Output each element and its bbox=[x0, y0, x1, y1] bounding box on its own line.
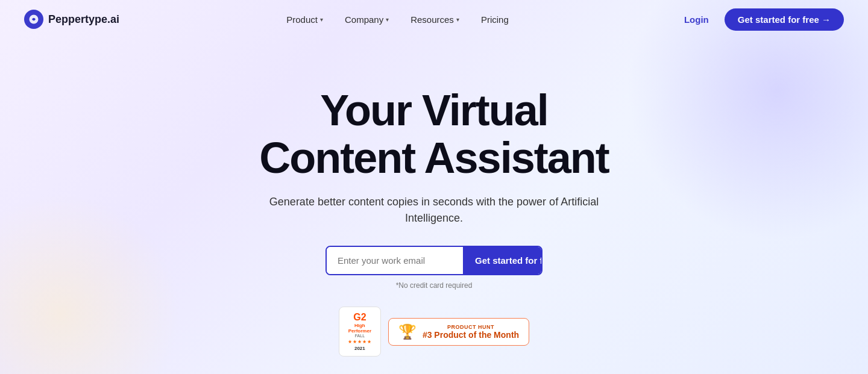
ph-rank-number: #3 bbox=[423, 330, 432, 340]
chevron-down-icon: ▾ bbox=[386, 16, 389, 23]
cta-button[interactable]: Get started for free bbox=[463, 247, 542, 274]
nav-product-label: Product bbox=[286, 14, 318, 25]
nav-get-started-button[interactable]: Get started for free → bbox=[725, 8, 844, 31]
navbar: Peppertype.ai Product ▾ Company ▾ Resour… bbox=[0, 0, 868, 39]
ph-text: Product Hunt #3 Product of the Month bbox=[423, 324, 519, 340]
g2-stars: ★ ★ ★ ★ ★ bbox=[348, 339, 371, 344]
email-form: Get started for free bbox=[326, 246, 542, 275]
nav-actions: Login Get started for free → bbox=[676, 8, 844, 31]
hero-section: Your Virtual Content Assistant Generate … bbox=[0, 39, 868, 357]
g2-logo: G2 bbox=[353, 312, 366, 323]
hero-title: Your Virtual Content Assistant bbox=[259, 87, 608, 182]
logo-icon bbox=[24, 10, 43, 29]
nav-item-company[interactable]: Company ▾ bbox=[336, 10, 397, 30]
email-input[interactable] bbox=[327, 247, 463, 274]
nav-company-label: Company bbox=[345, 14, 383, 25]
star-2: ★ bbox=[353, 339, 357, 344]
ph-rank: #3 Product of the Month bbox=[423, 330, 519, 340]
badges-row: G2 High Performer FALL ★ ★ ★ ★ ★ 2021 🏆 … bbox=[339, 307, 529, 357]
g2-high-label: High bbox=[354, 323, 365, 328]
nav-links: Product ▾ Company ▾ Resources ▾ Pricing bbox=[278, 10, 517, 30]
g2-badge: G2 High Performer FALL ★ ★ ★ ★ ★ 2021 bbox=[339, 307, 381, 357]
hero-title-line1: Your Virtual bbox=[320, 86, 547, 134]
no-credit-text: *No credit card required bbox=[396, 281, 473, 290]
hero-subtitle: Generate better content copies in second… bbox=[253, 194, 615, 226]
star-1: ★ bbox=[348, 339, 352, 344]
logo[interactable]: Peppertype.ai bbox=[24, 10, 119, 29]
star-5: ★ bbox=[367, 339, 371, 344]
nav-item-product[interactable]: Product ▾ bbox=[278, 10, 332, 30]
g2-performer-label: Performer bbox=[348, 328, 371, 334]
nav-item-pricing[interactable]: Pricing bbox=[473, 10, 517, 30]
nav-item-resources[interactable]: Resources ▾ bbox=[402, 10, 468, 30]
ph-label: Product Hunt bbox=[423, 324, 519, 330]
star-4: ★ bbox=[362, 339, 366, 344]
chevron-down-icon: ▾ bbox=[456, 16, 459, 23]
logo-text: Peppertype.ai bbox=[48, 13, 119, 26]
chevron-down-icon: ▾ bbox=[320, 16, 323, 23]
trophy-icon: 🏆 bbox=[398, 323, 417, 340]
nav-resources-label: Resources bbox=[410, 14, 454, 25]
ph-rank-text: Product of the Month bbox=[434, 330, 519, 340]
nav-pricing-label: Pricing bbox=[481, 14, 509, 25]
star-3: ★ bbox=[357, 339, 362, 344]
product-hunt-badge[interactable]: 🏆 Product Hunt #3 Product of the Month bbox=[388, 318, 529, 346]
login-button[interactable]: Login bbox=[676, 10, 717, 30]
g2-season-label: FALL bbox=[355, 334, 365, 338]
hero-title-line2: Content Assistant bbox=[259, 134, 608, 182]
g2-year-label: 2021 bbox=[354, 346, 365, 351]
